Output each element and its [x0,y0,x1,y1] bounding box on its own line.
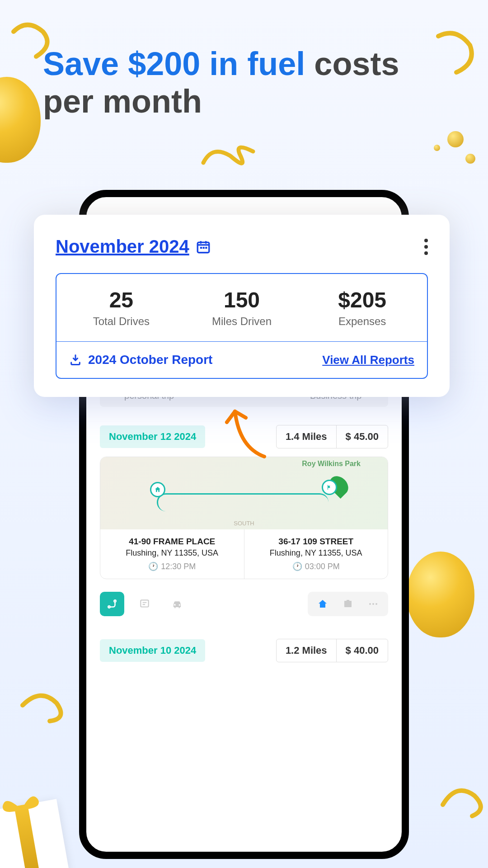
stat-label: Miles Driven [182,315,302,328]
ribbon-decoration [9,669,77,737]
trip-card[interactable]: Roy Wilkins Park SOUTH 41-90 FRAME PLACE… [100,457,388,579]
trip-cost: $ 40.00 [337,639,388,662]
svg-point-5 [375,603,377,605]
svg-rect-2 [141,600,148,607]
month-summary-card: November 2024 25 Total Drives 150 Miles … [34,215,450,397]
trip-miles: 1.4 Miles [277,425,337,448]
headline-line2: per month [43,83,202,119]
home-pin-icon [150,482,165,497]
flag-pin-icon [322,480,337,495]
dot-decoration [447,131,464,147]
download-icon [69,354,82,366]
svg-point-3 [369,603,371,605]
trip-date-pill: November 12 2024 [100,425,205,448]
balloon-decoration [0,77,41,163]
ribbon-decoration [194,136,276,181]
from-time: 12:30 PM [161,562,196,571]
view-all-reports-link[interactable]: View All Reports [322,353,414,367]
headline-accent: Save $200 in fuel [43,46,305,82]
calendar-icon [196,239,211,255]
svg-point-0 [108,606,110,608]
stat-value: 25 [61,288,182,312]
trip-from: 41-90 FRAME PLACE Flushing, NY 11355, US… [100,529,244,579]
svg-rect-8 [202,247,204,249]
svg-point-1 [114,600,116,602]
stat-miles-driven: 150 Miles Driven [182,288,302,328]
month-label: November 2024 [56,236,189,257]
dot-decoration [465,154,475,164]
trip-metrics: 1.4 Miles $ 45.00 [276,425,388,448]
to-addr1: 36-17 109 STREET [249,537,384,547]
map-label-south: SOUTH [234,520,254,527]
trip-addresses: 41-90 FRAME PLACE Flushing, NY 11355, US… [100,529,388,579]
dot-decoration [434,145,440,151]
download-report-link[interactable]: 2024 October Report [69,353,212,367]
clock-icon: 🕐 [292,561,302,571]
route-icon-button[interactable] [100,592,124,616]
svg-point-4 [372,603,374,605]
to-addr2: Flushing, NY 11355, USA [249,548,384,558]
trip-miles: 1.2 Miles [277,639,337,662]
stat-expenses: $205 Expenses [302,288,422,328]
stat-label: Total Drives [61,315,182,328]
trip-to: 36-17 109 STREET Flushing, NY 11355, USA… [244,529,388,579]
stats-box: 25 Total Drives 150 Miles Driven $205 Ex… [56,273,428,379]
stat-value: 150 [182,288,302,312]
vehicle-icon-button[interactable] [165,592,189,616]
more-icon[interactable] [365,595,382,613]
business-category-icon[interactable] [339,595,357,613]
page-headline: Save $200 in fuel costs per month [43,45,399,120]
from-addr1: 41-90 FRAME PLACE [105,537,239,547]
more-menu-button[interactable] [424,239,428,255]
trip-header-row: November 12 2024 1.4 Miles $ 45.00 [100,425,388,448]
svg-rect-9 [205,247,207,249]
trip-date-pill: November 10 2024 [100,639,205,662]
trip-header-row: November 10 2024 1.2 Miles $ 40.00 [100,639,388,662]
balloon-decoration [407,552,474,637]
note-icon-button[interactable] [132,592,157,616]
home-category-icon[interactable] [314,595,331,613]
trip-cost: $ 45.00 [337,425,388,448]
clock-icon: 🕐 [148,561,158,571]
trip-action-row [100,592,388,616]
stat-total-drives: 25 Total Drives [61,288,182,328]
gift-box-decoration [0,799,69,868]
stat-value: $205 [302,288,422,312]
ribbon-decoration [434,769,488,832]
svg-rect-7 [200,247,202,249]
to-time: 03:00 PM [305,562,340,571]
headline-rest: costs [305,46,399,82]
month-selector[interactable]: November 2024 [56,236,211,257]
stat-label: Expenses [302,315,422,328]
report-label: 2024 October Report [88,353,212,367]
map-park-label: Roy Wilkins Park [302,460,361,468]
trip-metrics: 1.2 Miles $ 40.00 [276,639,388,662]
from-addr2: Flushing, NY 11355, USA [105,548,239,558]
trip-map[interactable]: Roy Wilkins Park SOUTH [100,457,388,529]
